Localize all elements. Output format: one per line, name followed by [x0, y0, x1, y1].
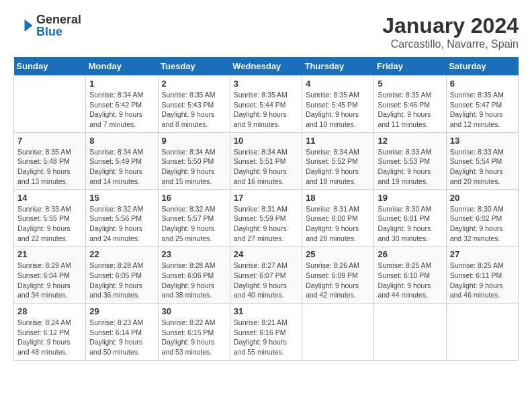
day-info: Sunrise: 8:35 AM Sunset: 5:45 PM Dayligh… [306, 90, 370, 130]
day-number: 5 [378, 79, 442, 89]
calendar-cell: 28Sunrise: 8:24 AM Sunset: 6:12 PM Dayli… [14, 304, 86, 361]
day-number: 24 [234, 249, 298, 259]
calendar-cell: 25Sunrise: 8:26 AM Sunset: 6:09 PM Dayli… [302, 246, 374, 304]
calendar-cell: 7Sunrise: 8:35 AM Sunset: 5:48 PM Daylig… [14, 132, 86, 189]
day-info: Sunrise: 8:35 AM Sunset: 5:48 PM Dayligh… [17, 147, 82, 187]
day-info: Sunrise: 8:34 AM Sunset: 5:50 PM Dayligh… [162, 147, 226, 187]
calendar-cell: 29Sunrise: 8:23 AM Sunset: 6:14 PM Dayli… [86, 304, 158, 361]
title-block: January 2024 Carcastillo, Navarre, Spain [382, 13, 519, 50]
day-info: Sunrise: 8:34 AM Sunset: 5:52 PM Dayligh… [306, 147, 370, 187]
calendar-cell: 10Sunrise: 8:34 AM Sunset: 5:51 PM Dayli… [230, 132, 302, 189]
logo: General Blue [13, 13, 81, 38]
day-number: 9 [162, 136, 226, 146]
week-row-2: 7Sunrise: 8:35 AM Sunset: 5:48 PM Daylig… [14, 132, 519, 189]
calendar-cell [446, 304, 518, 361]
calendar-cell: 18Sunrise: 8:31 AM Sunset: 6:00 PM Dayli… [302, 189, 374, 246]
day-number: 12 [378, 136, 442, 146]
day-info: Sunrise: 8:29 AM Sunset: 6:04 PM Dayligh… [17, 261, 82, 300]
day-number: 27 [450, 249, 515, 259]
calendar-cell: 20Sunrise: 8:30 AM Sunset: 6:02 PM Dayli… [446, 189, 518, 246]
header-row: SundayMondayTuesdayWednesdayThursdayFrid… [14, 57, 519, 76]
day-info: Sunrise: 8:21 AM Sunset: 6:16 PM Dayligh… [234, 318, 298, 357]
calendar-cell [374, 304, 446, 361]
day-info: Sunrise: 8:32 AM Sunset: 5:57 PM Dayligh… [162, 204, 226, 244]
day-info: Sunrise: 8:28 AM Sunset: 6:06 PM Dayligh… [162, 261, 226, 300]
day-info: Sunrise: 8:30 AM Sunset: 6:02 PM Dayligh… [450, 204, 515, 244]
header-day-saturday: Saturday [446, 57, 518, 76]
calendar-title: January 2024 [382, 13, 519, 38]
week-row-5: 28Sunrise: 8:24 AM Sunset: 6:12 PM Dayli… [14, 304, 519, 361]
day-info: Sunrise: 8:35 AM Sunset: 5:47 PM Dayligh… [450, 90, 515, 130]
calendar-cell: 31Sunrise: 8:21 AM Sunset: 6:16 PM Dayli… [230, 304, 302, 361]
day-number: 18 [306, 193, 370, 203]
day-info: Sunrise: 8:27 AM Sunset: 6:07 PM Dayligh… [234, 261, 298, 300]
calendar-table: SundayMondayTuesdayWednesdayThursdayFrid… [13, 57, 519, 361]
calendar-cell: 22Sunrise: 8:28 AM Sunset: 6:05 PM Dayli… [86, 246, 158, 304]
day-number: 8 [89, 136, 154, 146]
day-info: Sunrise: 8:35 AM Sunset: 5:43 PM Dayligh… [162, 90, 226, 130]
day-info: Sunrise: 8:35 AM Sunset: 5:44 PM Dayligh… [234, 90, 298, 130]
day-number: 17 [234, 193, 298, 203]
day-number: 21 [17, 249, 82, 259]
day-info: Sunrise: 8:30 AM Sunset: 6:01 PM Dayligh… [378, 204, 442, 244]
calendar-cell: 3Sunrise: 8:35 AM Sunset: 5:44 PM Daylig… [230, 76, 302, 133]
week-row-1: 1Sunrise: 8:34 AM Sunset: 5:42 PM Daylig… [14, 76, 519, 133]
day-info: Sunrise: 8:24 AM Sunset: 6:12 PM Dayligh… [17, 318, 82, 357]
week-row-4: 21Sunrise: 8:29 AM Sunset: 6:04 PM Dayli… [14, 246, 519, 304]
calendar-cell [302, 304, 374, 361]
header-day-wednesday: Wednesday [230, 57, 302, 76]
calendar-cell: 4Sunrise: 8:35 AM Sunset: 5:45 PM Daylig… [302, 76, 374, 133]
day-info: Sunrise: 8:23 AM Sunset: 6:14 PM Dayligh… [89, 318, 154, 357]
day-number: 30 [162, 306, 226, 316]
day-number: 10 [234, 136, 298, 146]
header-day-thursday: Thursday [302, 57, 374, 76]
day-info: Sunrise: 8:25 AM Sunset: 6:10 PM Dayligh… [378, 261, 442, 300]
day-number: 19 [378, 193, 442, 203]
calendar-cell: 17Sunrise: 8:31 AM Sunset: 5:59 PM Dayli… [230, 189, 302, 246]
logo-general: General [36, 13, 81, 26]
calendar-cell: 6Sunrise: 8:35 AM Sunset: 5:47 PM Daylig… [446, 76, 518, 133]
calendar-cell: 26Sunrise: 8:25 AM Sunset: 6:10 PM Dayli… [374, 246, 446, 304]
day-info: Sunrise: 8:34 AM Sunset: 5:49 PM Dayligh… [89, 147, 154, 187]
day-number: 6 [450, 79, 515, 89]
calendar-cell: 19Sunrise: 8:30 AM Sunset: 6:01 PM Dayli… [374, 189, 446, 246]
calendar-cell: 5Sunrise: 8:35 AM Sunset: 5:46 PM Daylig… [374, 76, 446, 133]
calendar-cell: 15Sunrise: 8:32 AM Sunset: 5:56 PM Dayli… [86, 189, 158, 246]
day-number: 20 [450, 193, 515, 203]
day-number: 11 [306, 136, 370, 146]
day-number: 4 [306, 79, 370, 89]
day-number: 3 [234, 79, 298, 89]
header-day-sunday: Sunday [14, 57, 86, 76]
header-day-tuesday: Tuesday [158, 57, 230, 76]
day-number: 28 [17, 306, 82, 316]
header-day-monday: Monday [86, 57, 158, 76]
day-info: Sunrise: 8:33 AM Sunset: 5:53 PM Dayligh… [378, 147, 442, 187]
day-info: Sunrise: 8:26 AM Sunset: 6:09 PM Dayligh… [306, 261, 370, 300]
calendar-cell: 11Sunrise: 8:34 AM Sunset: 5:52 PM Dayli… [302, 132, 374, 189]
day-number: 13 [450, 136, 515, 146]
calendar-cell: 23Sunrise: 8:28 AM Sunset: 6:06 PM Dayli… [158, 246, 230, 304]
calendar-subtitle: Carcastillo, Navarre, Spain [382, 38, 519, 50]
day-number: 31 [234, 306, 298, 316]
day-number: 26 [378, 249, 442, 259]
day-number: 1 [89, 79, 154, 89]
calendar-cell: 12Sunrise: 8:33 AM Sunset: 5:53 PM Dayli… [374, 132, 446, 189]
day-number: 7 [17, 136, 82, 146]
day-info: Sunrise: 8:34 AM Sunset: 5:51 PM Dayligh… [234, 147, 298, 187]
day-info: Sunrise: 8:33 AM Sunset: 5:55 PM Dayligh… [17, 204, 82, 244]
calendar-cell: 30Sunrise: 8:22 AM Sunset: 6:15 PM Dayli… [158, 304, 230, 361]
day-number: 14 [17, 193, 82, 203]
day-number: 29 [89, 306, 154, 316]
logo-blue: Blue [36, 26, 81, 38]
day-info: Sunrise: 8:32 AM Sunset: 5:56 PM Dayligh… [89, 204, 154, 244]
day-number: 22 [89, 249, 154, 259]
day-info: Sunrise: 8:25 AM Sunset: 6:11 PM Dayligh… [450, 261, 515, 300]
calendar-cell: 1Sunrise: 8:34 AM Sunset: 5:42 PM Daylig… [86, 76, 158, 133]
calendar-cell: 27Sunrise: 8:25 AM Sunset: 6:11 PM Dayli… [446, 246, 518, 304]
day-number: 16 [162, 193, 226, 203]
logo-icon [13, 15, 34, 36]
day-info: Sunrise: 8:35 AM Sunset: 5:46 PM Dayligh… [378, 90, 442, 130]
calendar-cell: 24Sunrise: 8:27 AM Sunset: 6:07 PM Dayli… [230, 246, 302, 304]
calendar-cell: 21Sunrise: 8:29 AM Sunset: 6:04 PM Dayli… [14, 246, 86, 304]
calendar-header: SundayMondayTuesdayWednesdayThursdayFrid… [14, 57, 519, 76]
